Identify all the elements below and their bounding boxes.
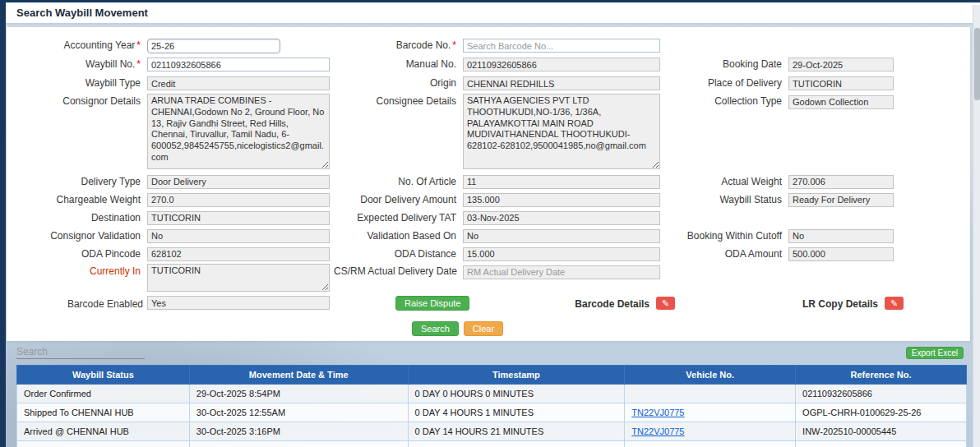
cs-rm-actual-delivery-date-label: CS/RM Actual Delivery Date	[334, 264, 459, 277]
left-accent-strip	[0, 2, 6, 447]
search-button[interactable]: Search	[412, 321, 459, 336]
delivery-type-input[interactable]	[147, 175, 330, 189]
table-row: Arrived @ MADURAI HUB (EXCESS)-11 A 31-O…	[17, 441, 967, 447]
cell-datetime: 31-Oct-2025 6:33PM	[189, 441, 408, 447]
chargeable-weight-label: Chargeable Weight	[21, 194, 143, 205]
cell-status: Arrived @ MADURAI HUB (EXCESS)-11 A	[17, 441, 190, 447]
col-header-reference-no: Reference No.	[796, 366, 967, 385]
consignor-validation-label: Consignor Validation	[21, 230, 143, 242]
barcode-enabled-input[interactable]	[147, 296, 330, 310]
table-search-input[interactable]	[16, 344, 145, 359]
raise-dispute-button[interactable]: Raise Dispute	[395, 296, 469, 311]
oda-distance-input[interactable]	[463, 247, 660, 261]
actual-weight-input[interactable]	[788, 175, 894, 189]
cell-reference: EXCESS-202510-00887	[796, 441, 967, 447]
cell-vehicle: TN22VJ0775	[625, 422, 796, 441]
booking-within-cutoff-label: Booking Within Cutoff	[664, 230, 784, 242]
clear-button[interactable]: Clear	[464, 321, 503, 336]
currently-in-label: Currently In	[21, 264, 143, 277]
vehicle-link[interactable]: TN22VJ0775	[631, 426, 684, 436]
waybill-type-label: Waybill Type	[21, 77, 143, 89]
cell-vehicle: TN01BE9794	[625, 441, 796, 447]
col-header-waybill-status: Waybill Status	[17, 366, 190, 385]
waybill-status-input[interactable]	[788, 193, 894, 207]
col-header-movement-date-time: Movement Date & Time	[189, 366, 408, 385]
table-row: Arrived @ CHENNAI HUB 30-Oct-2025 3:16PM…	[17, 422, 967, 441]
place-of-delivery-input[interactable]	[788, 76, 894, 90]
collection-type-label: Collection Type	[664, 94, 784, 107]
table-row: Order Confirmed 29-Oct-2025 8:54PM 0 DAY…	[17, 385, 967, 403]
table-header-row: Waybill Status Movement Date & Time Time…	[17, 366, 967, 385]
place-of-delivery-label: Place of Delivery	[664, 77, 784, 89]
cell-timestamp: 0 DAY 14 HOURS 21 MINUTES	[408, 422, 625, 441]
barcode-no-label: Barcode No.*	[334, 39, 459, 51]
origin-input[interactable]	[463, 76, 660, 90]
required-marker: *	[136, 58, 141, 70]
cell-timestamp: 1 DAY 3 HOURS 17 MINUTES	[408, 441, 625, 447]
destination-label: Destination	[21, 212, 143, 224]
oda-amount-input[interactable]	[788, 247, 894, 261]
table-row: Shipped To CHENNAI HUB 30-Oct-2025 12:55…	[17, 403, 967, 422]
manual-no-label: Manual No.	[334, 58, 459, 70]
validation-based-on-input[interactable]	[463, 229, 660, 243]
col-header-vehicle-no: Vehicle No.	[625, 366, 796, 385]
door-delivery-amount-input[interactable]	[463, 193, 660, 207]
origin-label: Origin	[334, 77, 459, 89]
consignor-details-textarea[interactable]: ARUNA TRADE COMBINES - CHENNAI,Godown No…	[147, 94, 330, 169]
scrollbar-thumb[interactable]	[974, 28, 980, 100]
manual-no-input[interactable]	[463, 58, 660, 71]
accounting-year-input[interactable]	[147, 39, 280, 53]
currently-in-textarea[interactable]: TUTICORIN	[147, 264, 330, 292]
col-header-timestamp: Timestamp	[408, 366, 625, 385]
edit-icon: ✎	[662, 298, 669, 308]
cell-datetime: 30-Oct-2025 12:55AM	[189, 403, 408, 422]
collection-type-input[interactable]	[788, 95, 894, 109]
vertical-scrollbar	[973, 5, 980, 447]
form-actions: Search Clear	[21, 321, 894, 336]
chargeable-weight-input[interactable]	[147, 193, 330, 207]
booking-date-label: Booking Date	[664, 58, 784, 70]
booking-date-input[interactable]	[788, 58, 894, 71]
booking-within-cutoff-input[interactable]	[788, 229, 894, 243]
movement-table: Waybill Status Movement Date & Time Time…	[16, 365, 967, 447]
consignee-details-label: Consignee Details	[334, 94, 459, 107]
validation-based-on-label: Validation Based On	[334, 230, 459, 242]
delivery-type-label: Delivery Type	[21, 176, 143, 187]
waybill-type-input[interactable]	[147, 76, 330, 90]
cell-status: Shipped To CHENNAI HUB	[17, 403, 190, 422]
lr-copy-details-edit-button[interactable]: ✎	[885, 297, 904, 310]
waybill-no-input[interactable]	[147, 58, 330, 71]
barcode-details-label: Barcode Details	[567, 298, 649, 310]
form-bottom-row: Barcode Enabled Raise Dispute Barcode De…	[21, 296, 894, 314]
barcode-no-input[interactable]	[463, 39, 660, 53]
consignee-details-textarea[interactable]: SATHYA AGENCIES PVT LTD THOOTHUKUDI,NO-1…	[463, 94, 660, 169]
cell-status: Arrived @ CHENNAI HUB	[17, 422, 190, 441]
barcode-details-edit-button[interactable]: ✎	[656, 297, 675, 310]
cell-timestamp: 0 DAY 4 HOURS 1 MINUTES	[408, 403, 625, 422]
expected-delivery-tat-input[interactable]	[463, 211, 660, 225]
accounting-year-label: Accounting Year*	[21, 39, 143, 51]
door-delivery-amount-label: Door Delivery Amount	[334, 194, 459, 205]
vehicle-link[interactable]: TN22VJ0775	[631, 408, 684, 417]
waybill-form-card: Accounting Year* Barcode No.* Waybill No…	[7, 27, 970, 341]
actual-weight-label: Actual Weight	[664, 176, 784, 187]
barcode-enabled-label: Barcode Enabled	[21, 298, 143, 310]
consignor-validation-input[interactable]	[147, 229, 330, 243]
lr-copy-details-label: LR Copy Details	[793, 298, 878, 310]
cell-reference: OGPL-CHRH-0100629-25-26	[796, 403, 967, 422]
waybill-status-label: Waybill Status	[664, 194, 784, 205]
required-marker: *	[452, 39, 456, 51]
edit-icon: ✎	[890, 298, 898, 308]
no-of-article-label: No. Of Article	[334, 176, 459, 187]
cell-datetime: 29-Oct-2025 8:54PM	[189, 385, 408, 403]
consignor-details-label: Consignor Details	[21, 94, 143, 107]
oda-amount-label: ODA Amount	[664, 248, 784, 260]
cs-rm-actual-delivery-date-input[interactable]	[463, 265, 660, 279]
expected-delivery-tat-label: Expected Delivery TAT	[334, 212, 459, 224]
no-of-article-input[interactable]	[463, 175, 660, 189]
oda-pincode-label: ODA Pincode	[21, 248, 143, 260]
waybill-no-label: Waybill No.*	[21, 58, 143, 70]
export-excel-button[interactable]: Export Excel	[906, 347, 964, 359]
destination-input[interactable]	[147, 211, 330, 225]
oda-pincode-input[interactable]	[147, 247, 330, 261]
